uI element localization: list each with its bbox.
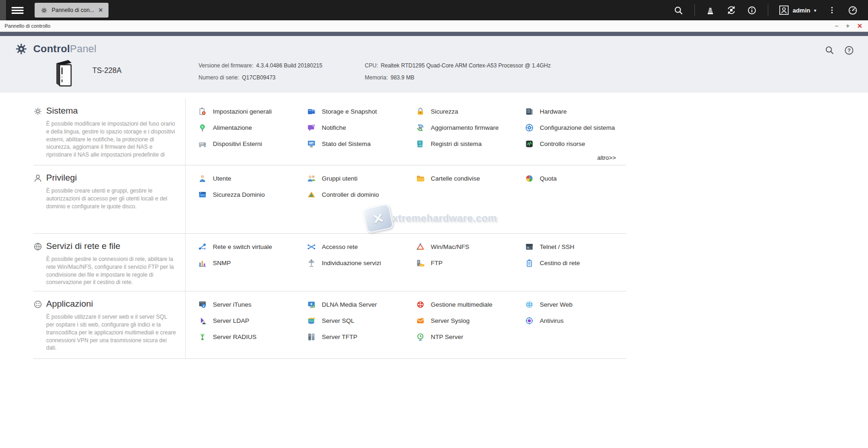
item-server-tftp[interactable]: Server TFTP [307,333,416,341]
item-label: Utente [213,175,231,182]
item-cestino-rete[interactable]: Cestino di rete [525,259,626,267]
item-sicurezza[interactable]: Sicurezza [416,107,525,116]
applications-icon [33,300,42,309]
username-label: admin [793,7,810,14]
item-notifiche[interactable]: Notifiche [307,123,416,132]
item-registri-sistema[interactable]: LOGRegistri di sistema [416,139,525,148]
top-bar-actions: admin ▾ [674,4,868,16]
header-actions: ? [825,45,854,55]
section-description: È possibile gestire le connessioni di re… [46,255,176,286]
item-impostazioni-generali[interactable]: Impostazioni generali [198,107,307,116]
item-server-itunes[interactable]: Server iTunes [198,300,307,309]
item-label: Controller di dominio [322,191,379,198]
memory-label: Memoria: [365,74,388,81]
item-server-ldap[interactable]: Server LDAP [198,316,307,325]
background-tasks-icon[interactable] [705,5,716,15]
window-title-bar: Pannello di controllo – + ✕ [0,20,868,32]
item-label: Notifiche [322,124,346,131]
configurazione-sistema-icon [525,123,534,132]
item-ntp-server[interactable]: NTP Server [416,333,525,341]
item-quota[interactable]: Quota [525,174,626,183]
control-panel-gear-icon [15,43,27,55]
item-server-radius[interactable]: Server RADIUS [198,333,307,341]
close-button[interactable]: ✕ [857,23,862,29]
item-alimentazione[interactable]: Alimentazione [198,123,307,132]
item-hardware[interactable]: Hardware [525,107,626,116]
item-controller-dominio[interactable]: Controller di dominio [307,190,416,199]
item-win-mac-nfs[interactable]: Win/Mac/NFS [416,242,525,251]
item-server-web[interactable]: Server Web [525,300,626,309]
item-antivirus[interactable]: Antivirus [525,316,626,325]
item-controllo-risorse[interactable]: Controllo risorse [525,139,626,148]
more-options-icon[interactable] [827,5,837,15]
control-panel-content: Sistema È possibile modificare le impost… [0,93,868,359]
item-dlna-media-server[interactable]: DLNA Media Server [307,300,416,309]
help-icon[interactable]: ? [844,45,854,55]
gestione-multimediale-icon [416,300,425,309]
registri-sistema-icon: LOG [416,139,425,148]
item-snmp[interactable]: SNMP [198,259,307,267]
item-label: Server Syslog [431,317,470,324]
stato-sistema-icon [307,139,316,148]
hardware-icon [525,107,534,116]
section-applicazioni-items: Server iTunesDLNA Media ServerGestione m… [186,291,626,358]
svg-text:>_: >_ [527,246,531,249]
svg-text:?: ? [847,48,850,53]
new-window-button[interactable]: + [846,23,850,29]
more-link[interactable]: altro>> [597,154,616,161]
item-sicurezza-dominio[interactable]: Sicurezza Dominio [198,190,307,199]
notifications-icon[interactable] [747,5,757,15]
antivirus-icon [525,316,534,325]
section-title: Servizi di rete e file [46,241,185,251]
search-icon[interactable] [674,5,684,15]
hamburger-icon [12,6,24,15]
nas-device-image [51,58,75,89]
serial-value: Q17CB09473 [242,74,276,81]
firmware-label: Versione del firmware: [199,62,253,69]
header-search-icon[interactable] [825,45,835,55]
tab-pannello-di-controllo[interactable]: Pannello di con... ✕ [35,3,108,18]
tab-close-icon[interactable]: ✕ [98,7,103,13]
item-label: DLNA Media Server [322,301,377,308]
item-label: Server SQL [322,317,355,324]
item-label: Cestino di rete [540,260,580,266]
item-server-sql[interactable]: Server SQL [307,316,416,325]
item-server-syslog[interactable]: Server Syslog [416,316,525,325]
item-storage-snapshot[interactable]: Storage e Snapshot [307,107,416,116]
section-description: È possibile utilizzare il server web e i… [46,313,176,352]
item-label: Win/Mac/NFS [431,243,469,250]
item-rete-switch-virtuale[interactable]: Rete e switch virtuale [198,242,307,251]
item-individuazione-servizi[interactable]: Individuazione servizi [307,259,416,267]
gruppi-utenti-icon [307,174,316,183]
item-configurazione-sistema[interactable]: Configurazione del sistema [525,123,626,132]
item-cartelle-condivise[interactable]: Cartelle condivise [416,174,525,183]
item-accesso-rete[interactable]: Accesso rete [307,242,416,251]
item-stato-sistema[interactable]: Stato del Sistema [307,139,416,148]
item-telnet-ssh[interactable]: >_Telnet / SSH [525,242,626,251]
item-utente[interactable]: Utente [198,174,307,183]
item-label: FTP [431,260,443,266]
item-label: Accesso rete [322,243,358,250]
item-ftp[interactable]: FTP [416,259,525,267]
external-device-icon[interactable] [726,5,736,15]
item-gruppi-utenti[interactable]: Gruppi utenti [307,174,416,183]
notifiche-icon [307,123,316,132]
sicurezza-dominio-icon [198,190,207,199]
dashboard-icon[interactable] [848,5,858,15]
dispositivi-esterni-icon [198,139,207,148]
item-gestione-multimediale[interactable]: Gestione multimediale [416,300,525,309]
item-label: Quota [540,175,557,182]
item-label: Gestione multimediale [431,301,493,308]
control-panel-header: ControlPanel ? TS-228A Versione del firm… [0,36,868,93]
item-dispositivi-esterni[interactable]: Dispositivi Esterni [198,139,307,148]
device-info-column-2: CPU:Realtek RTD1295 Quad-Core ARM Cortex… [365,62,551,86]
section-sistema-info: Sistema È possibile modificare le impost… [33,98,186,165]
minimize-button[interactable]: – [835,23,838,29]
gear-icon [40,6,48,14]
user-menu[interactable]: admin ▾ [779,5,816,15]
item-label: Stato del Sistema [322,140,371,147]
cpu-value: Realtek RTD1295 Quad-Core ARM Cortex-A53… [381,62,551,69]
main-menu-button[interactable] [6,0,29,20]
item-label: NTP Server [431,333,463,340]
item-aggiornamento-firmware[interactable]: Aggiornamento firmware [416,123,525,132]
